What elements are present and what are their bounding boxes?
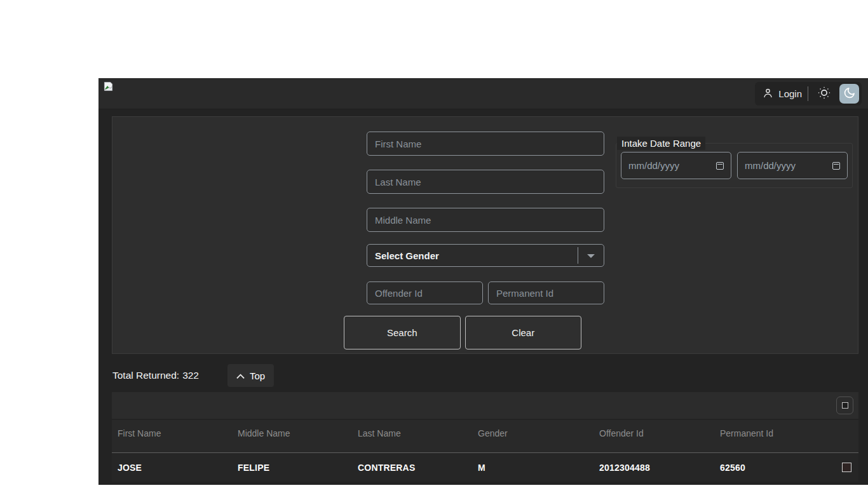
- first-name-input[interactable]: [367, 132, 604, 156]
- light-theme-button[interactable]: [814, 84, 834, 104]
- table-header-row: First Name Middle Name Last Name Gender …: [112, 420, 858, 452]
- cell-middle-name: FELIPE: [232, 463, 352, 473]
- column-header-offender-id: Offender Id: [593, 420, 714, 452]
- clear-button[interactable]: Clear: [465, 316, 582, 349]
- id-fields-row: [367, 281, 604, 304]
- column-header-first-name: First Name: [112, 420, 232, 452]
- column-header-middle-name: Middle Name: [232, 420, 352, 452]
- total-returned: Total Returned: 322: [112, 364, 199, 387]
- permanent-id-input[interactable]: [488, 281, 604, 304]
- moon-icon: [843, 86, 857, 102]
- calendar-icon[interactable]: [832, 162, 840, 170]
- broken-image-icon: [104, 81, 113, 92]
- table-row[interactable]: JOSE FELIPE CONTRERAS M 2012304488 62560: [112, 452, 858, 482]
- search-panel: Select Gender Search Clear Intake Date R…: [112, 116, 858, 354]
- gender-select[interactable]: Select Gender: [367, 244, 604, 267]
- total-returned-label: Total Returned:: [112, 370, 179, 381]
- intake-date-range-legend: Intake Date Range: [617, 137, 705, 150]
- table-toolbar: [112, 392, 858, 419]
- person-icon: [763, 88, 773, 100]
- caret-down-icon: [587, 254, 595, 258]
- offender-id-input[interactable]: [367, 281, 483, 304]
- column-header-select: [835, 420, 858, 452]
- header-actions: Login: [755, 82, 862, 105]
- last-name-input[interactable]: [367, 170, 604, 194]
- scroll-top-label: Top: [250, 370, 265, 381]
- gender-select-value: Select Gender: [375, 250, 439, 261]
- app-window: Login: [98, 78, 868, 485]
- sun-icon: [817, 85, 832, 102]
- header-divider: [808, 86, 808, 101]
- row-checkbox[interactable]: [842, 463, 851, 472]
- intake-to-placeholder: mm/dd/yyyy: [745, 160, 796, 171]
- chevron-up-icon: [236, 370, 245, 381]
- calendar-icon[interactable]: [716, 162, 724, 170]
- cell-permanent-id: 62560: [714, 463, 835, 473]
- cell-offender-id: 2012304488: [593, 463, 714, 473]
- intake-from-date-input[interactable]: mm/dd/yyyy: [621, 152, 731, 179]
- intake-from-placeholder: mm/dd/yyyy: [628, 160, 679, 171]
- date-inputs-row: mm/dd/yyyy mm/dd/yyyy: [616, 150, 852, 179]
- login-button[interactable]: Login: [763, 88, 802, 100]
- select-column-toggle-button[interactable]: [836, 396, 853, 414]
- intake-date-range-fieldset: Intake Date Range mm/dd/yyyy mm/dd/yyyy: [616, 137, 853, 188]
- middle-name-input[interactable]: [367, 208, 604, 232]
- column-header-permanent-id: Permanent Id: [714, 420, 835, 452]
- column-header-last-name: Last Name: [352, 420, 472, 452]
- scroll-top-button[interactable]: Top: [227, 364, 274, 387]
- results-table: First Name Middle Name Last Name Gender …: [112, 392, 858, 485]
- row-select-cell: [835, 463, 858, 472]
- login-label: Login: [778, 88, 802, 99]
- cell-last-name: CONTRERAS: [352, 463, 472, 473]
- intake-to-date-input[interactable]: mm/dd/yyyy: [737, 152, 848, 179]
- dark-theme-button[interactable]: [839, 84, 859, 104]
- select-divider: [578, 247, 578, 264]
- cell-gender: M: [472, 463, 593, 473]
- total-returned-count: 322: [182, 370, 199, 381]
- search-form: Select Gender Search Clear: [367, 132, 604, 349]
- column-header-gender: Gender: [472, 420, 593, 452]
- search-button[interactable]: Search: [344, 316, 461, 349]
- app-header: Login: [98, 78, 868, 109]
- cell-first-name: JOSE: [112, 463, 232, 473]
- square-toggle-icon: [842, 402, 848, 409]
- form-buttons-row: Search Clear: [344, 316, 581, 349]
